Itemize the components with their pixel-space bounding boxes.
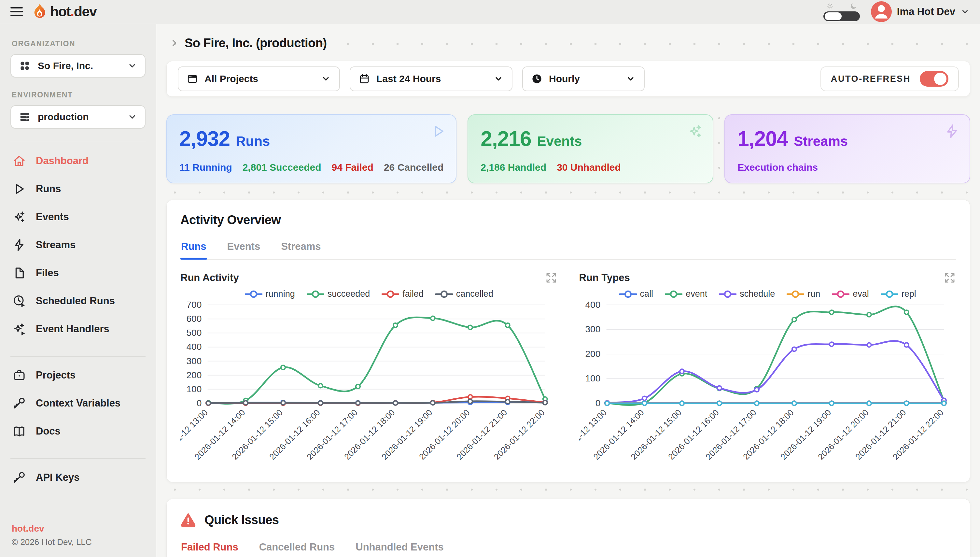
theme-toggle[interactable] <box>823 2 860 21</box>
page-title: So Fire, Inc. (production) <box>185 36 327 50</box>
main-content: So Fire, Inc. (production) All Projects … <box>157 24 980 557</box>
brand-logo[interactable]: hot.dev <box>32 3 96 21</box>
user-menu[interactable]: Ima Hot Dev <box>871 1 970 22</box>
calendar-icon <box>359 73 370 85</box>
legend-item-succeeded[interactable]: succeeded <box>307 289 370 299</box>
sidebar-item-label: Dashboard <box>36 155 89 167</box>
window-icon <box>187 73 198 85</box>
theme-toggle-knob <box>825 12 842 20</box>
svg-text:300: 300 <box>585 324 600 334</box>
sidebar-item-event-handlers[interactable]: Event Handlers <box>10 315 146 343</box>
sidebar-item-files[interactable]: Files <box>10 259 146 287</box>
brand-name: hot.dev <box>50 3 96 20</box>
run-activity-chart-panel: Run Activityrunningsucceededfailedcancel… <box>180 271 558 469</box>
sidebar-item-label: Streams <box>36 239 76 251</box>
theme-toggle-track[interactable] <box>823 11 860 21</box>
legend-label: cancelled <box>456 289 493 299</box>
sidebar-item-api-keys[interactable]: API Keys <box>10 464 146 492</box>
quick-issues-title: Quick Issues <box>205 513 279 527</box>
tab-runs[interactable]: Runs <box>180 241 207 259</box>
time-range-value: Last 24 Hours <box>376 73 441 85</box>
footer-copyright: © 2026 Hot Dev, LLC <box>12 537 144 547</box>
stat-breakdown-item: 2,186 Handled <box>481 162 546 173</box>
sidebar-item-context-variables[interactable]: Context Variables <box>10 389 146 417</box>
stat-breakdown: 2,186 Handled30 Unhandled <box>481 162 700 173</box>
activity-overview-panel: Activity Overview RunsEventsStreams Run … <box>166 200 970 482</box>
clock-play-icon <box>12 294 26 308</box>
play-icon <box>12 182 26 196</box>
svg-text:400: 400 <box>585 300 600 310</box>
chevron-right-icon <box>169 38 179 48</box>
sidebar-item-docs[interactable]: Docs <box>10 417 146 445</box>
quick-issues-panel: Quick Issues Failed RunsCancelled RunsUn… <box>166 499 970 557</box>
quick-issues-tabs: Failed RunsCancelled RunsUnhandled Event… <box>180 541 956 557</box>
legend-item-cancelled[interactable]: cancelled <box>435 289 493 299</box>
svg-text:300: 300 <box>186 356 202 366</box>
run-types-chart: 01002003004002026-01-12 13:002026-01-12 … <box>579 300 957 469</box>
project-filter-value: All Projects <box>205 73 258 85</box>
tab-events[interactable]: Events <box>227 241 261 259</box>
sidebar-item-events[interactable]: Events <box>10 203 146 231</box>
stat-unit: Events <box>537 134 582 149</box>
sidebar-divider <box>10 458 146 459</box>
chevron-down-icon <box>960 7 970 16</box>
sidebar-item-streams[interactable]: Streams <box>10 231 146 259</box>
svg-text:200: 200 <box>186 370 202 380</box>
sidebar: ORGANIZATION So Fire, Inc. ENVIRONMENT p… <box>0 24 156 557</box>
legend-item-event[interactable]: event <box>665 289 707 299</box>
footer-brand-link[interactable]: hot.dev <box>12 523 144 534</box>
organization-label: ORGANIZATION <box>12 39 144 48</box>
expand-icon[interactable] <box>943 271 956 284</box>
svg-text:400: 400 <box>186 342 202 352</box>
file-icon <box>12 266 26 280</box>
avatar <box>871 1 892 22</box>
legend-item-schedule[interactable]: schedule <box>719 289 775 299</box>
stat-breakdown-item: 11 Running <box>179 162 232 173</box>
stat-unit: Runs <box>236 134 270 149</box>
tab-unhandled-events[interactable]: Unhandled Events <box>355 541 444 557</box>
legend-item-eval[interactable]: eval <box>832 289 869 299</box>
bolt-icon <box>944 124 960 139</box>
run-types-chart-panel: Run Typescalleventschedulerunevalrepl010… <box>579 271 957 469</box>
menu-icon[interactable] <box>10 7 23 16</box>
legend-label: repl <box>902 289 916 299</box>
sun-icon <box>826 2 834 10</box>
stat-card-runs[interactable]: 2,932Runs11 Running2,801 Succeeded94 Fai… <box>166 114 457 183</box>
legend-item-failed[interactable]: failed <box>382 289 424 299</box>
sidebar-item-label: API Keys <box>36 472 80 484</box>
sidebar-item-runs[interactable]: Runs <box>10 175 146 203</box>
svg-text:0: 0 <box>197 398 202 408</box>
legend-label: event <box>686 289 707 299</box>
interval-dropdown[interactable]: Hourly <box>522 67 645 91</box>
organization-select[interactable]: So Fire, Inc. <box>10 54 146 78</box>
legend-item-repl[interactable]: repl <box>881 289 916 299</box>
stat-card-events[interactable]: 2,216Events2,186 Handled30 Unhandled <box>468 114 713 183</box>
environment-select[interactable]: production <box>10 105 146 129</box>
project-filter-dropdown[interactable]: All Projects <box>178 67 340 91</box>
stat-card-streams[interactable]: 1,204StreamsExecution chains <box>725 114 970 183</box>
stat-value: 2,932 <box>179 127 230 151</box>
stat-unit: Streams <box>794 134 848 149</box>
topbar: hot.dev Ima Hot Dev <box>0 0 980 23</box>
auto-refresh-toggle[interactable] <box>920 71 948 86</box>
auto-refresh-label: AUTO-REFRESH <box>831 74 911 84</box>
legend-item-running[interactable]: running <box>245 289 295 299</box>
legend-label: failed <box>402 289 424 299</box>
expand-icon[interactable] <box>545 271 558 284</box>
legend-item-run[interactable]: run <box>787 289 820 299</box>
stat-breakdown-item: Execution chains <box>738 162 818 173</box>
sidebar-item-projects[interactable]: Projects <box>10 361 146 389</box>
sidebar-item-label: Context Variables <box>36 397 120 409</box>
grid-icon <box>19 60 31 72</box>
tab-cancelled-runs[interactable]: Cancelled Runs <box>258 541 336 557</box>
time-range-dropdown[interactable]: Last 24 Hours <box>350 67 512 91</box>
environment-label: ENVIRONMENT <box>12 91 144 99</box>
sidebar-item-dashboard[interactable]: Dashboard <box>10 147 146 175</box>
legend-item-call[interactable]: call <box>619 289 653 299</box>
tab-failed-runs[interactable]: Failed Runs <box>180 541 239 557</box>
stat-value: 2,216 <box>481 127 531 151</box>
tab-streams[interactable]: Streams <box>280 241 321 259</box>
chart-title: Run Types <box>579 272 630 284</box>
svg-text:500: 500 <box>186 328 202 338</box>
sidebar-item-scheduled-runs[interactable]: Scheduled Runs <box>10 287 146 315</box>
